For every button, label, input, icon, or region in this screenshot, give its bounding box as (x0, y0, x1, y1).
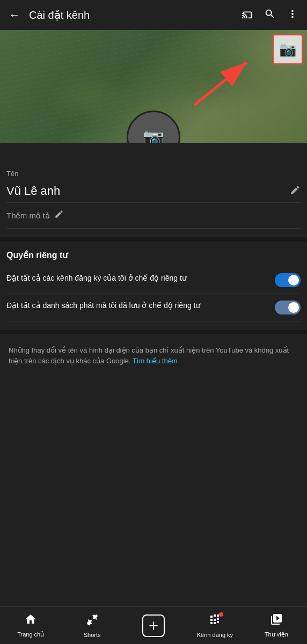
nav-item-create[interactable] (123, 614, 184, 637)
home-label: Trang chủ (17, 631, 44, 638)
divider (0, 237, 307, 241)
toggle-playlists-label: Đặt tất cả danh sách phát mà tôi đã lưu … (6, 301, 275, 311)
banner-photo-button[interactable]: 📷 (273, 34, 303, 64)
subscriptions-badge (219, 612, 223, 617)
bottom-nav: Trang chủ Shorts Kênh đăng ký (0, 606, 307, 644)
top-bar-actions (242, 8, 298, 23)
nav-item-shorts[interactable]: Shorts (61, 613, 122, 638)
name-label: Tên (6, 170, 301, 178)
privacy-section-title: Quyền riêng tư (6, 250, 301, 260)
toggle-row-subscriptions: Đặt tất cả các kênh đăng ký của tôi ở ch… (6, 267, 301, 294)
toggle-subscriptions-label: Đặt tất cả các kênh đăng ký của tôi ở ch… (6, 273, 275, 284)
home-icon (24, 613, 37, 629)
search-icon[interactable] (264, 8, 276, 23)
top-bar: ← Cài đặt kênh (0, 0, 307, 30)
channel-name: Vũ Lê anh (6, 184, 60, 198)
avatar-camera-icon: 📷 (143, 127, 164, 143)
channel-banner: 📷 BYSTER 📷 (0, 30, 307, 143)
description-row: Thêm mô tả (6, 203, 301, 229)
more-options-icon[interactable] (287, 8, 298, 23)
toggle-subscriptions[interactable] (275, 273, 301, 287)
content-area: Tên Vũ Lê anh Thêm mô tả Quyền riêng tư … (0, 170, 307, 366)
back-button[interactable]: ← (9, 8, 20, 22)
info-text: Những thay đổi về tên và hình đại diện c… (6, 345, 301, 366)
description-placeholder: Thêm mô tả (6, 211, 50, 221)
toggle-row-playlists: Đặt tất cả danh sách phát mà tôi đã lưu … (6, 294, 301, 321)
nav-item-home[interactable]: Trang chủ (0, 613, 61, 638)
nav-item-subscriptions[interactable]: Kênh đăng ký (184, 613, 245, 638)
learn-more-link[interactable]: Tìm hiểu thêm (133, 357, 178, 365)
library-icon (270, 613, 283, 629)
shorts-label: Shorts (84, 632, 101, 638)
edit-description-icon[interactable] (54, 209, 64, 222)
create-button[interactable] (142, 614, 165, 637)
cast-icon[interactable] (242, 8, 253, 23)
edit-name-icon[interactable] (290, 185, 301, 198)
page-title: Cài đặt kênh (29, 9, 242, 21)
subscriptions-label: Kênh đăng ký (197, 632, 233, 638)
toggle-slider-playlists (275, 301, 301, 314)
camera-icon: 📷 (279, 41, 296, 58)
toggle-playlists[interactable] (275, 301, 301, 314)
name-field-row: Vũ Lê anh (6, 180, 301, 203)
subscriptions-icon (208, 613, 221, 630)
shorts-icon (86, 613, 99, 630)
divider-2 (0, 330, 307, 334)
nav-item-library[interactable]: Thư viện (246, 613, 307, 638)
library-label: Thư viện (265, 631, 288, 638)
toggle-slider-subscriptions (275, 273, 301, 287)
